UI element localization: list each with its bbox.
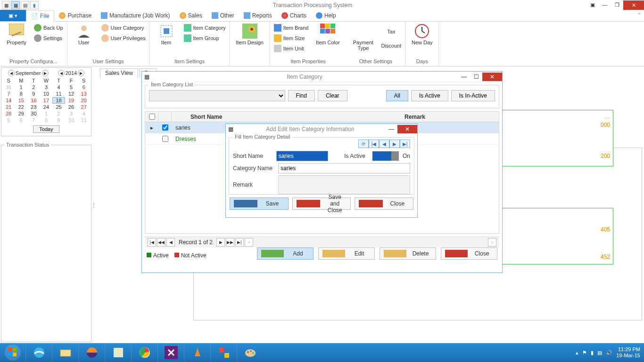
is-active-toggle[interactable] bbox=[372, 151, 399, 161]
taskbar-app1[interactable] bbox=[105, 343, 131, 362]
select-all-checkbox[interactable] bbox=[149, 114, 155, 120]
nav-extra2[interactable]: > bbox=[488, 238, 496, 247]
tray-network-icon[interactable]: ▤ bbox=[597, 350, 602, 356]
calendar-grid[interactable]: SMTWTFS311234567891011121314151617181920… bbox=[2, 77, 90, 123]
row-checkbox[interactable] bbox=[162, 136, 168, 142]
quickaccess-btn-2[interactable]: ▦ bbox=[11, 1, 20, 9]
item-brand-button[interactable]: Item Brand bbox=[273, 23, 310, 33]
ribbon-tab-charts[interactable]: Charts bbox=[277, 10, 311, 21]
property-button[interactable]: Property bbox=[3, 23, 30, 46]
row-checkbox[interactable] bbox=[162, 124, 168, 131]
ribbon-tab-reports[interactable]: Reports bbox=[239, 10, 277, 21]
short-name-input[interactable] bbox=[276, 151, 328, 161]
is-active-button[interactable]: Is Active bbox=[411, 90, 448, 101]
prev-icon[interactable]: ◀ bbox=[379, 140, 389, 148]
remark-input[interactable] bbox=[278, 175, 410, 194]
item-unit-button[interactable]: Item Unit bbox=[273, 43, 310, 54]
backup-button[interactable]: Back Up bbox=[33, 23, 64, 33]
close-button[interactable]: Close bbox=[441, 247, 497, 260]
item-button[interactable]: Item bbox=[153, 23, 180, 46]
month-next[interactable]: ▶ bbox=[42, 70, 49, 76]
refresh-icon[interactable]: ⟳ bbox=[358, 140, 369, 148]
ribbon-tab-other[interactable]: Other bbox=[207, 10, 239, 21]
item-group-button[interactable]: Item Group bbox=[183, 33, 227, 43]
tray-up-icon[interactable]: ▴ bbox=[576, 350, 578, 356]
delete-button[interactable]: Delete bbox=[380, 247, 436, 260]
taskbar-visualstudio[interactable] bbox=[157, 343, 184, 362]
user-category-button[interactable]: User Category bbox=[100, 23, 147, 33]
window-close[interactable]: ✕ bbox=[623, 0, 644, 10]
ribbon-tab-purchase[interactable]: Purchase bbox=[54, 10, 96, 21]
find-button[interactable]: Find bbox=[288, 90, 315, 101]
item-color-button[interactable]: Item Color bbox=[312, 23, 343, 46]
ribbon-tab-file[interactable]: 📄File bbox=[26, 10, 54, 22]
nav-extra[interactable]: < bbox=[245, 238, 253, 247]
window-close[interactable]: ✕ bbox=[482, 73, 502, 81]
filter-dropdown[interactable] bbox=[149, 90, 285, 101]
taskbar-vlc[interactable] bbox=[184, 343, 210, 362]
calendar[interactable]: ◀September▶ ◀2014▶ SMTWTFS31123456789101… bbox=[1, 67, 91, 136]
item-design-button[interactable]: Item Design bbox=[233, 23, 267, 46]
user-privileges-button[interactable]: User Privileges bbox=[100, 33, 147, 43]
next-icon[interactable]: ▶ bbox=[389, 140, 400, 148]
all-button[interactable]: All bbox=[386, 90, 408, 101]
is-inactive-button[interactable]: Is In-Active bbox=[451, 90, 495, 101]
nav-prev[interactable]: ◀ bbox=[166, 238, 175, 247]
save-and-close-button[interactable]: Save and Close bbox=[292, 197, 351, 210]
category-name-input[interactable] bbox=[278, 163, 410, 173]
today-button[interactable]: Today bbox=[33, 125, 59, 133]
window-maximize[interactable]: ☐ bbox=[470, 73, 482, 81]
month-prev[interactable]: ◀ bbox=[8, 70, 15, 76]
taskbar[interactable]: ▴ ⚑ ▮ ▤ 🔊 11:29 PM 19-Mar-15 bbox=[0, 343, 644, 362]
year-next[interactable]: ▶ bbox=[78, 70, 84, 76]
edit-button[interactable]: Edit bbox=[318, 247, 375, 260]
ribbon-display-options[interactable]: ▣ bbox=[586, 0, 599, 9]
quickaccess-btn-4[interactable]: ▮ bbox=[30, 1, 39, 9]
ribbon-tab-home[interactable]: ▣ ▾ bbox=[0, 10, 26, 21]
taskbar-app2[interactable] bbox=[210, 343, 237, 362]
window-restore[interactable]: ❐ bbox=[611, 0, 623, 9]
nav-next-page[interactable]: ▶▶ bbox=[226, 238, 234, 247]
tray-flag-icon[interactable]: ⚑ bbox=[582, 350, 587, 356]
window-minimize[interactable]: — bbox=[599, 0, 611, 9]
ribbon-tab-manufacture[interactable]: Manufacture (Job Work) bbox=[96, 10, 175, 21]
tax-button[interactable]: Tax bbox=[380, 23, 402, 41]
clock[interactable]: 11:29 PM 19-Mar-15 bbox=[616, 346, 640, 359]
tray-volume-icon[interactable]: 🔊 bbox=[606, 350, 612, 356]
last-icon[interactable]: ▶| bbox=[400, 140, 410, 148]
ribbon-collapse-icon[interactable]: ⌃ bbox=[637, 12, 641, 17]
item-category-button[interactable]: Item Category bbox=[183, 23, 227, 33]
window-minimize[interactable]: — bbox=[385, 125, 397, 133]
new-day-button[interactable]: New Day bbox=[408, 23, 436, 46]
nav-first[interactable]: |◀ bbox=[148, 238, 156, 247]
discount-button[interactable]: Discount bbox=[380, 41, 402, 51]
quickaccess-btn-3[interactable]: ▤ bbox=[21, 1, 29, 9]
settings-button[interactable]: Settings bbox=[33, 33, 64, 43]
nav-next[interactable]: ▶ bbox=[216, 238, 225, 247]
year-prev[interactable]: ◀ bbox=[58, 70, 65, 76]
save-button[interactable]: Save bbox=[230, 197, 289, 210]
quickaccess-btn-1[interactable]: ▦ bbox=[2, 1, 10, 9]
window-close[interactable]: ✕ bbox=[397, 125, 417, 133]
add-button[interactable]: Add bbox=[257, 247, 314, 260]
taskbar-firefox[interactable] bbox=[78, 343, 105, 362]
start-button[interactable] bbox=[0, 343, 25, 362]
item-size-button[interactable]: Item Size bbox=[273, 33, 310, 43]
nav-prev-page[interactable]: ◀◀ bbox=[157, 238, 165, 247]
ribbon-tab-help[interactable]: Help bbox=[311, 10, 341, 21]
system-tray[interactable]: ▴ ⚑ ▮ ▤ 🔊 11:29 PM 19-Mar-15 bbox=[576, 346, 644, 359]
tray-battery-icon[interactable]: ▮ bbox=[591, 350, 594, 356]
taskbar-paint[interactable] bbox=[237, 343, 263, 362]
payment-type-button[interactable]: Payment Type bbox=[349, 23, 377, 52]
tab-sales-view[interactable]: Sales View bbox=[100, 68, 138, 78]
close-button[interactable]: Close bbox=[355, 197, 413, 210]
ribbon-tab-sales[interactable]: Sales bbox=[175, 10, 207, 21]
nav-last[interactable]: ▶| bbox=[235, 238, 244, 247]
first-icon[interactable]: |◀ bbox=[369, 140, 379, 148]
clear-button[interactable]: Clear bbox=[318, 90, 347, 101]
taskbar-chrome[interactable] bbox=[131, 343, 157, 362]
taskbar-ie[interactable] bbox=[25, 343, 52, 362]
window-minimize[interactable]: — bbox=[458, 73, 470, 81]
user-button[interactable]: User bbox=[70, 23, 98, 46]
taskbar-explorer[interactable] bbox=[52, 343, 78, 362]
